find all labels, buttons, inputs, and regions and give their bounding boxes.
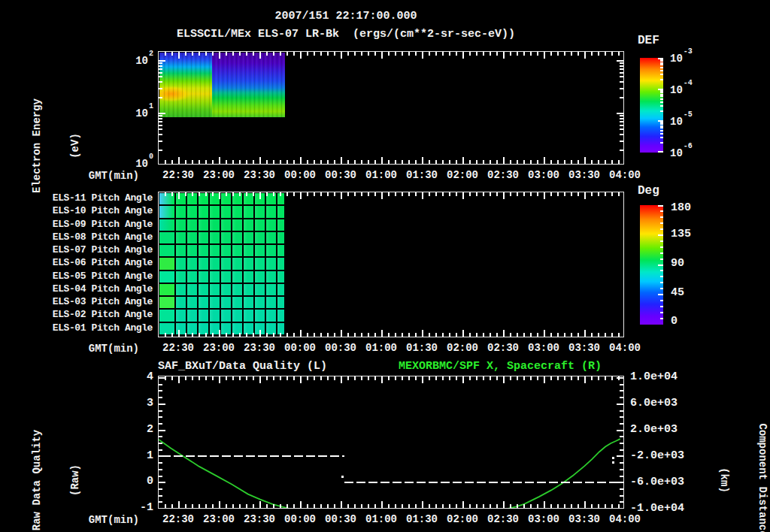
- tick-mark: [660, 127, 663, 128]
- pitch-row-label: ELS-07 Pitch Angle: [44, 244, 153, 255]
- time-tick-label: 04:00: [605, 513, 645, 525]
- gmt-label-middle: GMT(min): [66, 343, 139, 355]
- pitch-cell: [159, 297, 174, 308]
- tick-mark: [544, 330, 545, 337]
- time-tick-label: 02:00: [442, 342, 483, 354]
- tick-mark: [178, 192, 180, 199]
- stray-data-dot: [612, 457, 614, 459]
- tick-mark: [253, 376, 254, 380]
- pitch-cell: [221, 258, 231, 269]
- pitch-cell: [277, 271, 284, 283]
- tick-mark: [178, 330, 180, 337]
- tick-mark: [660, 95, 663, 97]
- tick-mark: [618, 504, 620, 508]
- tick-mark: [320, 52, 322, 56]
- pitch-cell: [187, 245, 197, 256]
- tick-mark: [660, 318, 663, 319]
- tick-mark: [368, 333, 369, 337]
- tick-mark: [660, 74, 663, 75]
- tick-mark: [159, 488, 162, 490]
- tick-mark: [557, 52, 559, 56]
- tick-mark: [205, 376, 207, 380]
- tick-mark: [185, 504, 186, 508]
- tick-mark: [517, 52, 518, 56]
- time-tick-label: 03:00: [523, 513, 564, 525]
- tick-mark: [496, 52, 498, 56]
- pitch-cell: [255, 310, 265, 321]
- tick-mark: [449, 333, 450, 337]
- tick-mark: [368, 192, 369, 196]
- tick-mark: [537, 192, 538, 196]
- tick-mark: [496, 504, 498, 508]
- pitch-row-label: ELS-09 Pitch Angle: [44, 219, 153, 230]
- tick-mark: [469, 376, 471, 380]
- tick-mark: [159, 150, 162, 151]
- tick-mark: [456, 376, 457, 380]
- tick-mark: [660, 133, 663, 135]
- tick-mark: [617, 430, 623, 431]
- tick-mark: [408, 52, 410, 56]
- tick-mark: [660, 252, 663, 254]
- tick-mark: [503, 157, 505, 164]
- pitch-cell: [277, 284, 284, 295]
- pitch-cell: [176, 297, 186, 308]
- tick-mark: [259, 501, 261, 508]
- tick-mark: [611, 160, 613, 164]
- pitch-cell: [159, 310, 174, 321]
- tick-mark: [286, 160, 288, 164]
- tick-mark: [232, 504, 234, 508]
- pitch-cell: [210, 258, 220, 269]
- tick-mark: [578, 504, 579, 508]
- tick-mark: [246, 376, 247, 380]
- tick-mark: [469, 333, 471, 337]
- deg-colorbar-tick-label: 45: [671, 286, 716, 299]
- tick-mark: [660, 105, 663, 107]
- pitch-cell: [277, 232, 284, 243]
- tick-mark: [483, 192, 484, 196]
- tick-mark: [341, 330, 342, 337]
- tick-mark: [449, 160, 450, 164]
- tick-mark: [165, 52, 166, 56]
- tick-mark: [620, 397, 623, 398]
- tick-mark: [159, 125, 162, 126]
- stray-data-dot: [341, 476, 344, 478]
- time-tick-label: 01:30: [402, 169, 442, 181]
- tick-mark: [226, 52, 227, 56]
- tick-mark: [334, 52, 335, 56]
- tick-mark: [476, 333, 477, 337]
- tick-mark: [402, 376, 403, 380]
- tick-mark: [212, 504, 214, 508]
- tick-mark: [550, 333, 552, 337]
- tick-mark: [578, 52, 579, 56]
- pitch-cell: [255, 232, 265, 243]
- tick-mark: [620, 141, 623, 142]
- tick-mark: [185, 192, 186, 196]
- tick-mark: [517, 376, 518, 380]
- tick-mark: [408, 192, 410, 196]
- tick-mark: [620, 449, 623, 451]
- tick-mark: [429, 160, 430, 164]
- tick-mark: [660, 210, 663, 212]
- energy-spectrogram: [159, 53, 285, 117]
- tick-mark: [660, 64, 663, 65]
- tick-mark: [476, 504, 477, 508]
- energy-axis-title: Electron Energy (eV): [5, 89, 108, 202]
- tick-mark: [523, 376, 525, 380]
- tick-mark: [510, 52, 511, 56]
- time-axis-middle: 22:3023:0023:3000:0000:3001:0001:3002:00…: [158, 342, 654, 354]
- tick-mark: [557, 504, 559, 508]
- tick-mark: [620, 390, 623, 391]
- deg-colorbar-tick-label: 0: [671, 315, 716, 328]
- tick-mark: [354, 504, 356, 508]
- tick-mark: [159, 128, 162, 130]
- tick-mark: [199, 192, 200, 196]
- pitch-cell: [187, 206, 197, 217]
- tick-mark: [544, 52, 545, 59]
- tick-mark: [354, 192, 356, 196]
- tick-mark: [620, 134, 623, 135]
- pitch-cell: [255, 297, 265, 308]
- tick-mark: [660, 246, 663, 248]
- tick-mark: [660, 306, 663, 307]
- tick-mark: [415, 504, 417, 508]
- pitch-cell: [199, 206, 208, 217]
